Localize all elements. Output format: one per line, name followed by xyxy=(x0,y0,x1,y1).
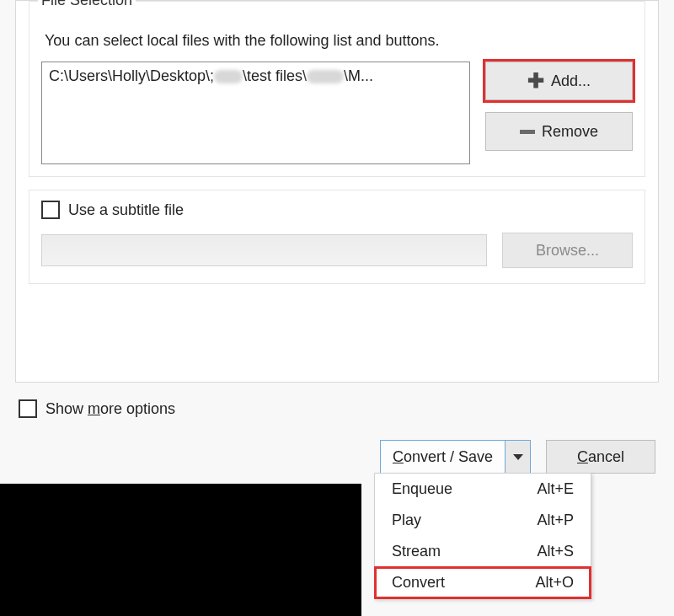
subtitle-checkbox[interactable] xyxy=(41,201,60,219)
show-more-options-row[interactable]: Show more options xyxy=(19,399,674,418)
subtitle-checkbox-row[interactable]: Use a subtitle file xyxy=(41,201,633,219)
cancel-button[interactable]: Cancel xyxy=(546,440,655,474)
menu-item-label: Convert xyxy=(392,574,445,592)
open-media-dialog: File Selection You can select local file… xyxy=(15,0,659,383)
remove-button[interactable]: Remove xyxy=(485,112,633,151)
menu-item-shortcut: Alt+S xyxy=(537,543,574,560)
menu-item-stream[interactable]: Stream Alt+S xyxy=(375,536,591,567)
menu-item-play[interactable]: Play Alt+P xyxy=(375,505,591,536)
convert-save-dropdown-toggle[interactable] xyxy=(505,441,530,473)
file-row: C:\Users\Holly\Desktop\;\test files\\M..… xyxy=(41,62,633,164)
menu-item-enqueue[interactable]: Enqueue Alt+E xyxy=(375,474,591,505)
menu-item-label: Enqueue xyxy=(392,480,452,498)
chevron-down-icon xyxy=(513,454,523,460)
menu-item-shortcut: Alt+E xyxy=(537,480,574,498)
subtitle-row: Browse... xyxy=(41,233,633,268)
minus-icon xyxy=(520,130,535,134)
file-list[interactable]: C:\Users\Holly\Desktop\;\test files\\M..… xyxy=(41,62,470,164)
subtitle-group: Use a subtitle file Browse... xyxy=(29,190,645,284)
browse-button-label: Browse... xyxy=(536,242,599,260)
plus-icon: ✚ xyxy=(527,71,544,91)
group-title: File Selection xyxy=(38,0,136,9)
menu-item-shortcut: Alt+P xyxy=(537,512,574,529)
file-selection-group: File Selection You can select local file… xyxy=(29,1,645,177)
menu-item-label: Stream xyxy=(392,543,441,560)
subtitle-path-input[interactable] xyxy=(41,234,487,266)
show-more-options-checkbox[interactable] xyxy=(19,399,37,418)
bottom-button-row: Convert / Save Cancel xyxy=(0,440,655,474)
group-description: You can select local files with the foll… xyxy=(45,32,633,50)
convert-save-dropdown-menu: Enqueue Alt+E Play Alt+P Stream Alt+S Co… xyxy=(374,473,591,599)
add-button[interactable]: ✚ Add... xyxy=(485,62,633,100)
subtitle-checkbox-label: Use a subtitle file xyxy=(68,201,184,219)
remove-button-label: Remove xyxy=(542,123,598,141)
cancel-button-label: Cancel xyxy=(577,448,624,466)
browse-button[interactable]: Browse... xyxy=(502,233,633,268)
file-list-item[interactable]: C:\Users\Holly\Desktop\;\test files\\M..… xyxy=(49,67,373,84)
add-button-label: Add... xyxy=(551,72,591,90)
convert-save-main[interactable]: Convert / Save xyxy=(381,441,505,473)
menu-item-label: Play xyxy=(392,512,421,529)
menu-item-shortcut: Alt+O xyxy=(535,574,574,592)
menu-item-convert[interactable]: Convert Alt+O xyxy=(375,567,591,598)
convert-save-label: Convert / Save xyxy=(393,448,493,466)
convert-save-button[interactable]: Convert / Save xyxy=(380,440,531,474)
show-more-options-label: Show more options xyxy=(45,400,175,418)
black-region xyxy=(0,484,361,616)
file-buttons: ✚ Add... Remove xyxy=(485,62,633,151)
